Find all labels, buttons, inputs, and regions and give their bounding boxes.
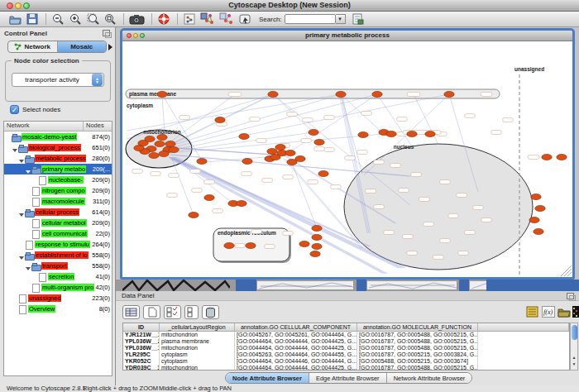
network-node[interactable] — [299, 241, 309, 246]
region-plasma-membrane[interactable] — [126, 89, 500, 98]
network-node[interactable] — [157, 91, 167, 97]
network-node[interactable] — [285, 150, 295, 155]
tab-node-attribute-browser[interactable]: Node Attribute Browser — [226, 373, 309, 383]
network-node[interactable] — [204, 194, 214, 200]
select-nodes-checkbox[interactable]: ✓ — [10, 105, 19, 114]
network-node[interactable] — [224, 242, 234, 248]
tab-edge-attribute-browser[interactable]: Edge Attribute Browser — [309, 373, 387, 383]
network-node[interactable] — [157, 134, 167, 140]
tab-network[interactable]: Network — [8, 41, 58, 52]
background-window[interactable] — [356, 280, 366, 291]
zoom-to-fit-icon[interactable] — [103, 12, 117, 26]
network-node[interactable] — [239, 133, 249, 139]
network-node[interactable] — [237, 200, 246, 206]
network-node[interactable] — [531, 194, 541, 199]
import-attributes-icon[interactable] — [557, 306, 571, 318]
tab-mosaic[interactable]: Mosaic — [58, 41, 107, 52]
network-node[interactable] — [336, 91, 346, 97]
zoom-out-icon[interactable] — [51, 12, 65, 26]
network-node[interactable] — [529, 217, 539, 222]
region-nucleus[interactable] — [344, 144, 533, 270]
network-node[interactable] — [275, 144, 285, 150]
vizmapper-icon[interactable] — [238, 12, 252, 26]
network-node[interactable] — [287, 159, 297, 165]
tab-overflow-arrow-icon[interactable] — [108, 44, 112, 50]
network-node[interactable] — [165, 141, 175, 146]
column-header[interactable]: annotation.GO CELLULAR_COMPONENT — [235, 323, 357, 331]
network-edge[interactable] — [127, 94, 341, 131]
background-window[interactable] — [486, 280, 579, 291]
network-node[interactable] — [134, 145, 144, 151]
network-graph[interactable]: plasma membranecytoplasmmitochondrionnuc… — [122, 41, 572, 277]
network-node[interactable] — [425, 131, 435, 136]
tree-row[interactable]: cell communicat22(0) — [4, 228, 112, 239]
node-color-dropdown[interactable]: transporter activity ▲▼ — [12, 73, 104, 87]
network-node[interactable] — [309, 129, 318, 135]
network-node[interactable] — [372, 91, 382, 97]
table-row[interactable]: YDR039C__1mitochondrion[GO:0044464, GO:0… — [123, 365, 569, 370]
select-attributes-icon[interactable] — [164, 305, 181, 319]
network-node[interactable] — [242, 158, 252, 164]
table-row[interactable]: YKR052Ccytoplasm[GO:0044464, GO:0044446,… — [123, 358, 569, 365]
window-resize-grip[interactable] — [564, 269, 572, 276]
tree-row[interactable]: establishment of lo558(0) — [4, 250, 112, 261]
network-node[interactable] — [246, 242, 256, 248]
attribute-matrix-icon[interactable] — [572, 306, 579, 318]
network-node[interactable] — [169, 146, 179, 152]
network-node[interactable] — [312, 243, 322, 249]
background-window[interactable] — [459, 280, 469, 291]
tree-row[interactable]: cellular process614(0) — [4, 207, 112, 218]
network-node[interactable] — [407, 131, 417, 136]
network-node[interactable] — [215, 117, 225, 122]
network-node[interactable] — [268, 91, 278, 97]
table-row[interactable]: YJR121W__1mitochondrion[GO:0045267, GO:0… — [123, 332, 569, 338]
tree-row[interactable]: mosaic-demo-yeast874(0) — [4, 131, 112, 142]
attribute-table[interactable]: ID_cellularLayoutRegionannotation.GO CEL… — [122, 323, 570, 370]
attribute-select-icon[interactable] — [122, 305, 140, 319]
network-edge[interactable] — [414, 94, 438, 145]
dropdown-stepper-icon[interactable]: ▲▼ — [92, 74, 103, 86]
search-input[interactable] — [285, 14, 336, 24]
network-node[interactable] — [386, 131, 396, 136]
save-session-icon[interactable] — [26, 12, 40, 26]
scrollbar-thumb[interactable] — [572, 325, 577, 340]
table-row[interactable]: YPL036W__2plasma membrane[GO:0044464, GO… — [123, 338, 569, 345]
background-window[interactable] — [236, 280, 256, 291]
network-node[interactable] — [542, 154, 552, 160]
tree-row[interactable]: cellular metabol209(0) — [4, 218, 112, 228]
network-view-window[interactable]: primary metabolic process plasma membran… — [120, 28, 575, 280]
tree-row[interactable]: primary metabo209(... — [4, 164, 112, 174]
table-scrollbar[interactable]: ▲ ▼ — [570, 323, 578, 370]
network-edge[interactable] — [127, 94, 273, 139]
tree-row[interactable]: secretion41(0) — [4, 271, 112, 282]
network-node[interactable] — [159, 151, 169, 156]
table-row[interactable]: YLR295Ccytoplasm[GO:0045263, GO:0044464,… — [123, 351, 569, 358]
scroll-down-icon[interactable]: ▼ — [571, 361, 577, 367]
network-node[interactable] — [535, 205, 545, 211]
background-window[interactable] — [256, 280, 354, 290]
create-view-icon[interactable] — [200, 12, 216, 26]
network-node[interactable] — [267, 148, 277, 154]
column-header[interactable] — [478, 323, 569, 331]
network-node[interactable] — [270, 154, 280, 160]
destroy-view-icon[interactable] — [219, 12, 235, 26]
network-node[interactable] — [149, 152, 159, 158]
float-panel-icon[interactable] — [103, 30, 110, 36]
zoom-selected-region-icon[interactable] — [86, 12, 100, 26]
column-header[interactable]: annotation.GO MOLECULAR_FUNCTION — [357, 323, 478, 331]
tree-row[interactable]: unassigned223(0) — [4, 293, 112, 304]
network-node[interactable] — [310, 251, 320, 256]
background-window[interactable] — [366, 280, 457, 290]
table-row[interactable]: YPL036W__1mitochondrion[GO:0044464, GO:0… — [123, 345, 569, 351]
network-node[interactable] — [197, 158, 207, 164]
column-header[interactable]: _cellularLayoutRegion — [160, 323, 235, 331]
help-icon[interactable] — [157, 12, 171, 26]
tree-row[interactable]: transport558(0) — [4, 261, 112, 271]
search-dropdown-arrow-icon[interactable]: ▼ — [336, 14, 346, 24]
tree-row[interactable]: nucleobase-209(0) — [4, 174, 112, 185]
unselect-attributes-icon[interactable] — [184, 305, 199, 319]
attribute-list-icon[interactable] — [526, 306, 539, 318]
network-node[interactable] — [189, 212, 199, 218]
network-window-titlebar[interactable]: primary metabolic process — [122, 31, 572, 41]
network-node[interactable] — [312, 234, 322, 240]
